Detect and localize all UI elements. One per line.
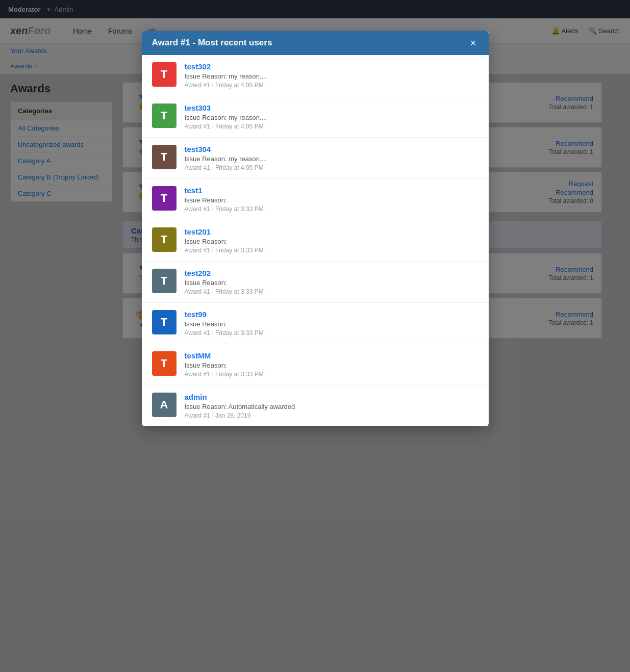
user-avatar: T (152, 310, 177, 334)
user-reason: Issue Reason: (185, 320, 478, 328)
user-info: test201 Issue Reason: Award #1 · Friday … (185, 227, 478, 254)
user-name-link[interactable]: test302 (185, 62, 478, 71)
user-meta: Award #1 · Friday at 4:05 PM · (185, 123, 478, 130)
user-info: test1 Issue Reason: Award #1 · Friday at… (185, 186, 478, 213)
modal-user-row: T testMM Issue Reason: Award #1 · Friday… (142, 344, 489, 351)
user-avatar: T (152, 104, 177, 128)
user-meta: Award #1 · Friday at 3:33 PM · (185, 247, 478, 254)
modal-header: Award #1 - Most recent users × (142, 31, 489, 55)
user-avatar: T (152, 62, 177, 87)
user-name-link[interactable]: test99 (185, 310, 478, 319)
user-info: test202 Issue Reason: Award #1 · Friday … (185, 269, 478, 295)
user-meta: Award #1 · Friday at 3:33 PM · (185, 288, 478, 295)
user-avatar: T (152, 186, 177, 211)
modal-user-row: T test302 Issue Reason: my reason.... Aw… (142, 55, 489, 96)
user-info: test302 Issue Reason: my reason.... Awar… (185, 62, 478, 89)
user-avatar: T (152, 269, 177, 293)
user-name-link[interactable]: test303 (185, 104, 478, 112)
user-reason: Issue Reason: my reason.... (185, 72, 478, 80)
user-info: test99 Issue Reason: Award #1 · Friday a… (185, 310, 478, 337)
modal-user-row: T test1 Issue Reason: Award #1 · Friday … (142, 179, 489, 220)
modal-user-row: T test201 Issue Reason: Award #1 · Frida… (142, 220, 489, 262)
user-reason: Issue Reason: my reason.... (185, 114, 478, 121)
user-avatar: T (152, 227, 177, 252)
user-name-link[interactable]: test202 (185, 269, 478, 277)
modal-users-list: T test302 Issue Reason: my reason.... Aw… (142, 55, 489, 351)
modal-backdrop[interactable]: Award #1 - Most recent users × T test302… (0, 0, 630, 351)
user-name-link[interactable]: test201 (185, 227, 478, 236)
user-meta: Award #1 · Friday at 3:33 PM · (185, 205, 478, 213)
modal-user-row: T test99 Issue Reason: Award #1 · Friday… (142, 303, 489, 344)
user-info: test303 Issue Reason: my reason.... Awar… (185, 104, 478, 130)
user-meta: Award #1 · Friday at 4:05 PM · (185, 82, 478, 89)
user-reason: Issue Reason: (185, 196, 478, 204)
user-name-link[interactable]: test1 (185, 186, 478, 195)
modal-title: Award #1 - Most recent users (152, 38, 272, 48)
user-reason: Issue Reason: (185, 238, 478, 245)
user-avatar: T (152, 145, 177, 169)
user-meta: Award #1 · Friday at 3:33 PM · (185, 329, 478, 337)
user-meta: Award #1 · Friday at 4:05 PM · (185, 164, 478, 171)
modal-user-row: T test202 Issue Reason: Award #1 · Frida… (142, 262, 489, 303)
modal-user-row: T test304 Issue Reason: my reason.... Aw… (142, 138, 489, 179)
modal: Award #1 - Most recent users × T test302… (142, 31, 489, 351)
user-reason: Issue Reason: my reason.... (185, 155, 478, 163)
user-reason: Issue Reason: (185, 279, 478, 287)
modal-close-button[interactable]: × (468, 38, 478, 48)
modal-user-row: T test303 Issue Reason: my reason.... Aw… (142, 96, 489, 138)
user-name-link[interactable]: test304 (185, 145, 478, 153)
user-info: test304 Issue Reason: my reason.... Awar… (185, 145, 478, 171)
